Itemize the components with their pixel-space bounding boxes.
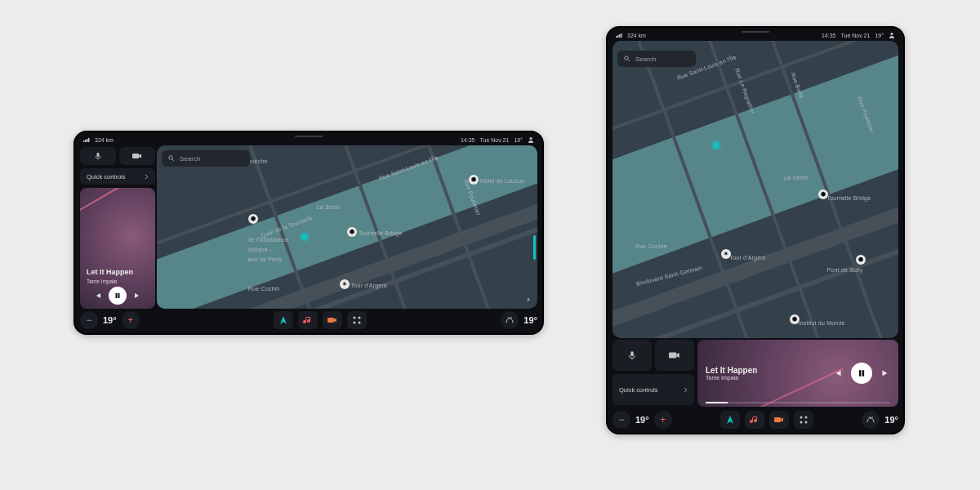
clock: 14:35 [822,33,836,38]
svg-rect-25 [859,370,862,376]
next-track-icon[interactable] [133,292,141,300]
map-scrollbar[interactable] [533,235,536,260]
bottom-dock: − 19° + 19° [80,310,537,330]
quick-controls-label: Quick controls [619,386,658,394]
minus-icon: − [618,414,624,425]
svg-rect-3 [88,138,90,142]
drag-handle[interactable] [295,136,323,137]
music-app-button[interactable] [298,311,318,329]
now-playing-card[interactable]: Let It Happen Tame Impala [697,340,898,407]
now-playing-card[interactable]: Let It Happen Tame Impala [80,188,155,309]
svg-rect-16 [616,36,617,38]
nav-app-button[interactable] [274,311,293,329]
map-poi[interactable]: ⬢ [469,175,479,185]
svg-point-21 [625,56,628,60]
svg-rect-7 [97,153,100,157]
bottom-panel: Quick controls Let It Happen Tame Impala [612,340,898,408]
driver-temp[interactable]: 19° [103,315,117,325]
temp-down-button[interactable]: − [612,411,630,429]
map-street-label: evêché [248,158,268,164]
temp-up-button[interactable]: + [654,411,672,429]
svg-rect-18 [619,34,621,38]
track-title: Let It Happen [706,366,757,375]
svg-rect-2 [87,139,88,142]
recenter-icon[interactable] [524,297,532,305]
plus-icon: + [660,414,666,425]
previous-track-icon[interactable] [94,292,102,300]
nav-app-button[interactable] [720,411,740,429]
search-icon [624,56,630,62]
apps-grid-button[interactable] [347,311,367,329]
passenger-temp[interactable]: 19° [523,315,537,325]
svg-rect-1 [85,140,87,142]
mic-button[interactable] [80,147,116,165]
map-river-label: La Seine [317,204,341,210]
map-poi[interactable]: ✶ [340,279,350,289]
svg-rect-9 [116,293,118,298]
minus-icon: − [86,314,91,326]
status-bar: 324 km 14:35 Tue Nov 21 19° [608,28,903,41]
map-poi-label: Hôtel de Lauzun [480,178,524,184]
apps-grid-button[interactable] [794,411,813,429]
user-icon[interactable] [889,32,895,38]
svg-rect-26 [862,370,865,376]
map-poi-line: ublique – [248,247,273,252]
map-view[interactable]: La Seine Rue Saint-Louis en l'Île Rue Le… [612,41,898,338]
svg-point-20 [890,33,893,35]
svg-line-22 [628,60,630,61]
map-river-label: La Seine [784,175,808,180]
dashcam-button[interactable] [119,147,155,165]
search-icon [168,155,175,162]
map-poi-line: aux de Paris [248,256,282,262]
pause-button[interactable] [851,363,872,384]
search-input[interactable]: Search [162,150,250,167]
temp-down-button[interactable]: − [80,311,98,329]
range-value: 324 km [627,33,646,38]
track-artist: Tame Impala [87,278,117,284]
track-artist: Tame Impala [706,375,757,381]
clock: 14:35 [461,137,475,143]
previous-track-icon[interactable] [833,368,843,378]
driver-temp[interactable]: 19° [635,415,649,425]
quick-controls-label: Quick controls [87,173,126,180]
track-progress[interactable] [706,402,890,403]
map-poi[interactable]: ⬢ [248,214,258,224]
camera-app-button[interactable] [323,311,342,329]
svg-point-15 [359,322,361,324]
user-icon[interactable] [528,136,534,143]
search-input[interactable]: Search [617,51,696,67]
map-poi[interactable]: ⬢ [856,255,866,265]
map-poi-label: Pont de Sully [827,267,863,273]
dashcam-button[interactable] [655,340,694,371]
temp-up-button[interactable]: + [122,311,140,329]
map-poi-line: de l'Assistance [248,237,288,243]
bottom-dock: − 19° + 19° [612,410,898,430]
svg-line-6 [172,159,174,161]
passenger-temp[interactable]: 19° [884,415,898,425]
defrost-button[interactable] [501,311,519,329]
svg-point-14 [354,322,356,324]
mic-button[interactable] [612,340,652,371]
quick-controls-button[interactable]: Quick controls [80,168,155,185]
quick-controls-button[interactable]: Quick controls [612,374,694,405]
infotainment-landscape: 324 km 14:35 Tue Nov 21 19° La Seine Rue… [74,131,544,335]
status-bar: 324 km 14:35 Tue Nov 21 19° [75,132,542,145]
map-poi[interactable]: ⬢ [347,227,357,237]
map-street-label: Rue Cochin [635,243,667,249]
svg-rect-24 [669,353,676,359]
signal-icon [616,33,622,38]
svg-point-31 [805,421,808,424]
svg-rect-23 [630,351,634,356]
svg-rect-27 [774,417,781,422]
defrost-button[interactable] [862,411,880,429]
camera-app-button[interactable] [769,411,789,429]
svg-point-29 [805,416,808,419]
svg-point-30 [800,421,803,424]
music-app-button[interactable] [745,411,764,429]
next-track-icon[interactable] [880,368,890,378]
drag-handle[interactable] [742,31,769,33]
pause-button[interactable] [109,287,127,305]
map-view[interactable]: La Seine Rue Saint-Louis en l'Île Rue Po… [157,145,537,309]
svg-rect-17 [617,35,619,38]
map-poi-label: Tournelle Bridge [359,230,403,236]
